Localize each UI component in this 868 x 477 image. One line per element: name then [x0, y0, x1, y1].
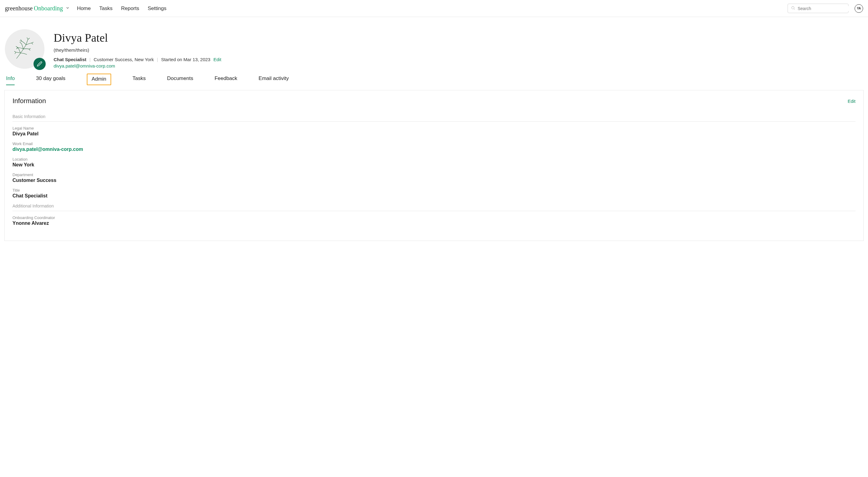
- nav-home[interactable]: Home: [77, 5, 91, 11]
- field-label: Department: [12, 172, 856, 177]
- field-label: Location: [12, 157, 856, 162]
- field-label: Work Email: [12, 141, 856, 146]
- nav-tasks[interactable]: Tasks: [99, 5, 113, 11]
- nav-reports[interactable]: Reports: [121, 5, 139, 11]
- field-value: Ynonne Alvarez: [12, 220, 856, 226]
- profile-started-on: Started on Mar 13, 2023: [161, 57, 211, 62]
- tab-email-activity[interactable]: Email activity: [258, 75, 289, 85]
- logo-sub: Onboarding: [34, 5, 63, 12]
- search-box[interactable]: [787, 4, 848, 13]
- field-work-email: Work Email divya.patel@omniva-corp.com: [12, 141, 856, 152]
- field-legal-name: Legal Name Divya Patel: [12, 126, 856, 137]
- field-value: Chat Specialist: [12, 193, 856, 199]
- app-header: greenhouse Onboarding Home Tasks Reports…: [0, 0, 868, 17]
- profile-title: Chat Specialist: [54, 57, 87, 62]
- profile-department-location: Customer Success, New York: [93, 57, 154, 62]
- nav-links: Home Tasks Reports Settings: [77, 5, 166, 11]
- work-email-link[interactable]: divya.patel@omniva-corp.com: [12, 147, 856, 152]
- meta-divider: |: [90, 57, 91, 62]
- nav-settings[interactable]: Settings: [148, 5, 166, 11]
- plant-icon: [11, 35, 38, 63]
- field-label: Onboarding Coordinator: [12, 215, 856, 220]
- field-value: Divya Patel: [12, 131, 856, 137]
- search-input[interactable]: [798, 6, 851, 11]
- field-title: Title Chat Specialist: [12, 188, 856, 199]
- field-location: Location New York: [12, 157, 856, 168]
- panel-header: Information Edit: [12, 97, 856, 105]
- svg-point-0: [792, 6, 794, 9]
- field-value: Customer Success: [12, 178, 856, 183]
- profile-text: Divya Patel (they/them/theirs) Chat Spec…: [54, 29, 221, 69]
- edit-avatar-button[interactable]: [33, 58, 46, 70]
- tab-feedback[interactable]: Feedback: [214, 75, 237, 85]
- tab-30-day-goals[interactable]: 30 day goals: [36, 75, 65, 85]
- tab-info[interactable]: Info: [6, 75, 14, 85]
- profile-section: Divya Patel (they/them/theirs) Chat Spec…: [0, 17, 868, 69]
- section-additional-information: Additional Information: [12, 204, 856, 211]
- profile-meta-row: Chat Specialist | Customer Success, New …: [54, 57, 221, 62]
- logo-area[interactable]: greenhouse Onboarding: [5, 5, 70, 12]
- field-value: New York: [12, 162, 856, 168]
- pencil-icon: [37, 61, 42, 67]
- field-department: Department Customer Success: [12, 172, 856, 183]
- edit-profile-link[interactable]: Edit: [214, 57, 221, 62]
- section-basic-information: Basic Information: [12, 114, 856, 122]
- tab-documents[interactable]: Documents: [167, 75, 193, 85]
- avatar-wrap: [5, 29, 44, 69]
- panel-title: Information: [12, 97, 46, 105]
- profile-email-link[interactable]: divya.patel@omniva-corp.com: [54, 63, 221, 68]
- tab-tasks[interactable]: Tasks: [132, 75, 146, 85]
- information-panel: Information Edit Basic Information Legal…: [4, 90, 864, 241]
- field-label: Title: [12, 188, 856, 193]
- meta-divider: |: [157, 57, 158, 62]
- panel-edit-link[interactable]: Edit: [847, 99, 856, 104]
- profile-name: Divya Patel: [54, 31, 221, 44]
- logo-main: greenhouse: [5, 5, 33, 12]
- chevron-down-icon[interactable]: [65, 6, 70, 11]
- search-icon: [791, 6, 795, 11]
- user-avatar-badge[interactable]: YA: [855, 4, 863, 13]
- tab-admin[interactable]: Admin: [87, 74, 111, 85]
- profile-pronouns: (they/them/theirs): [54, 47, 221, 53]
- svg-line-1: [794, 9, 795, 10]
- field-onboarding-coordinator: Onboarding Coordinator Ynonne Alvarez: [12, 215, 856, 226]
- profile-tabs: Info 30 day goals Admin Tasks Documents …: [0, 69, 868, 85]
- field-label: Legal Name: [12, 126, 856, 131]
